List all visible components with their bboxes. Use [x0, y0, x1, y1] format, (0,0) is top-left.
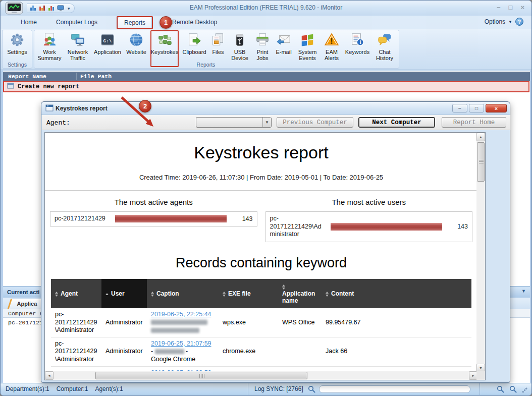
dialog-minimize-icon[interactable]: − [452, 104, 467, 112]
column-exe-file[interactable]: EXE file [219, 279, 278, 308]
tab-remote-desktop[interactable]: Remote Desktop [166, 17, 223, 29]
active-agents-chart: pc-201712121429 143 [50, 211, 257, 227]
tab-reports[interactable]: Reports 1 [118, 17, 152, 29]
dialog-app-icon [45, 104, 54, 114]
agent-label: Agent: [46, 119, 70, 127]
vertical-scrollbar[interactable]: ▲ ▼ [476, 133, 485, 372]
tab-application[interactable]: Applica [8, 299, 45, 309]
ribbon-item-work-summary[interactable]: Work Summary [36, 31, 63, 61]
column-caption[interactable]: Caption [147, 279, 219, 308]
status-bar: Department(s):1 Computer:1 Agent(s):1 Lo… [1, 383, 531, 395]
ribbon-item-keystrokes[interactable]: Keystrokes [150, 31, 179, 61]
ribbon-item-email[interactable]: E-mail [274, 31, 294, 61]
column-report-name[interactable]: Report Name [8, 73, 46, 80]
command-prompt-icon: C:\ [100, 32, 115, 49]
search-icon[interactable] [308, 385, 315, 394]
dialog-title-bar[interactable]: Keystrokes report − □ × [41, 102, 510, 115]
panel-dropdown-icon[interactable]: ▼ [521, 289, 526, 294]
ribbon-group-reports: Work Summary Network Traffic [34, 30, 399, 69]
vertical-scroll-thumb[interactable] [477, 142, 485, 182]
column-agent[interactable]: Agent [51, 279, 101, 308]
ribbon-item-label: Keystrokes [151, 49, 178, 55]
ribbon-item-keywords[interactable]: i Keywords [344, 31, 371, 61]
ribbon-item-usb-device[interactable]: USB Device [228, 31, 251, 61]
ribbon-group-label-reports: Reports [178, 62, 234, 68]
report-browser: Keystrokes report Created Time: 2019-06-… [44, 132, 486, 380]
agent-combobox[interactable]: ▼ [196, 117, 272, 128]
ribbon-item-label: Files [212, 49, 224, 55]
chart-bar [115, 215, 227, 222]
dialog-toolbar: Agent: ▼ Previous Computer Next Computer… [42, 115, 510, 130]
clipboard-icon [187, 32, 202, 49]
zoom-out-search-icon[interactable] [497, 385, 504, 394]
report-home-button[interactable]: Report Home [442, 117, 506, 128]
ribbon-item-network-traffic[interactable]: Network Traffic [65, 31, 91, 61]
scrollbar-corner [476, 371, 485, 380]
ribbon-item-chat-history[interactable]: Chat History [373, 31, 397, 61]
next-computer-button[interactable]: Next Computer [358, 117, 435, 128]
ribbon-item-label: Print Jobs [253, 49, 272, 61]
options-dropdown-icon[interactable]: ▼ [508, 20, 512, 24]
resize-grip[interactable] [522, 387, 527, 393]
status-sync-section: Log SYNC: [2766] [248, 383, 480, 395]
window-controls: − □ × [497, 4, 524, 11]
globe-icon [129, 32, 144, 49]
dialog-close-icon[interactable]: × [486, 104, 507, 112]
tab-computer-logs[interactable]: Computer Logs [50, 17, 103, 29]
ribbon: Settings Settings Work Summary [1, 29, 531, 70]
previous-computer-button[interactable]: Previous Computer [277, 117, 353, 128]
sync-progress-track [319, 385, 470, 393]
ribbon-item-application[interactable]: C:\ Application [92, 31, 123, 61]
column-computer[interactable]: Computer r [8, 310, 43, 317]
column-application-name[interactable]: Application name [278, 279, 322, 308]
column-divider[interactable] [76, 73, 77, 80]
chart-title-agents: The most active agents [50, 198, 257, 206]
column-file-path[interactable]: File Path [80, 73, 112, 80]
ribbon-item-files[interactable]: Files [209, 31, 227, 61]
report-title: Keystrokes report [45, 143, 477, 162]
ribbon-item-print-jobs[interactable]: Print Jobs [253, 31, 272, 61]
record-timestamp-link[interactable]: 2019-06-25, 21:07:59 [151, 340, 211, 347]
ribbon-tab-row: Home Computer Logs Reports 1 Remote Desk… [1, 16, 531, 29]
people-group-icon [42, 32, 57, 49]
ribbon-item-clipboard[interactable]: Clipboard [181, 31, 208, 61]
ribbon-item-settings[interactable]: Settings [4, 31, 30, 55]
ribbon-item-website[interactable]: Website [124, 31, 148, 61]
chat-bubbles-icon [377, 32, 392, 49]
record-timestamp-link[interactable]: 2019-06-25, 22:25:44 [151, 311, 211, 318]
dialog-title: Keystrokes report [56, 105, 108, 112]
ribbon-item-label: Settings [7, 49, 27, 55]
ribbon-item-label: Website [126, 49, 146, 55]
tab-home[interactable]: Home [15, 17, 43, 29]
status-computers: Computer:1 [57, 385, 88, 392]
options-menu[interactable]: Options [485, 18, 505, 25]
maximize-icon[interactable]: □ [509, 4, 513, 11]
dialog-maximize-icon[interactable]: □ [469, 104, 484, 112]
ribbon-item-label: System Events [295, 49, 320, 61]
minimize-icon[interactable]: − [497, 4, 501, 11]
scroll-left-icon[interactable]: ◄ [45, 371, 54, 380]
create-new-report-row[interactable]: Create new report [3, 81, 529, 92]
column-user[interactable]: User [101, 279, 147, 308]
keystrokes-report-dialog: Keystrokes report − □ × Agent: ▼ Previou… [41, 101, 510, 383]
ribbon-item-eam-alerts[interactable]: EAM Alerts [321, 31, 342, 61]
column-content[interactable]: Content [322, 279, 471, 308]
chart-title-users: The most active users [265, 198, 473, 206]
ribbon-item-system-events[interactable]: System Events [295, 31, 320, 61]
zoom-in-search-icon[interactable] [509, 385, 517, 394]
activity-grid-row[interactable]: pc-2017121 [8, 319, 43, 326]
scroll-up-icon[interactable]: ▲ [476, 133, 485, 141]
combo-dropdown-icon[interactable]: ▼ [262, 118, 271, 127]
horizontal-scrollbar[interactable]: ◄ ► [45, 371, 477, 380]
ribbon-item-label: EAM Alerts [321, 49, 342, 61]
close-icon[interactable]: × [520, 4, 524, 11]
status-departments: Department(s):1 [6, 385, 49, 392]
ribbon-item-label: Application [94, 49, 121, 55]
window-title: EAM Professional Edition (FREE TRIAL) 9.… [1, 4, 531, 11]
help-icon[interactable]: ? [515, 18, 523, 26]
chart-bar [331, 223, 442, 231]
ribbon-group-label-settings: Settings [3, 62, 32, 68]
chart-value: 143 [236, 215, 253, 222]
svg-text:i: i [360, 40, 361, 45]
horizontal-scroll-thumb[interactable] [95, 372, 307, 379]
